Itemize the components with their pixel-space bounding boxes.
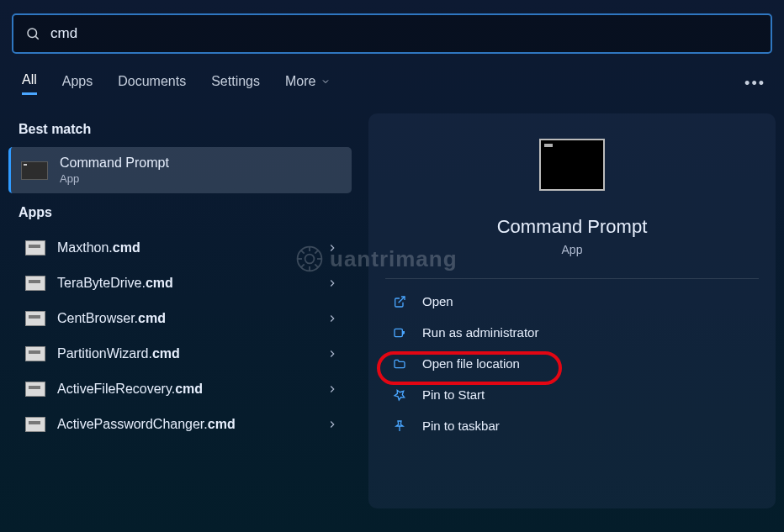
chevron-right-icon (326, 242, 338, 254)
tab-settings[interactable]: Settings (211, 74, 260, 94)
app-result-maxthon[interactable]: Maxthon.cmd (8, 230, 352, 266)
filter-tabs: All Apps Documents Settings More ••• (22, 72, 765, 95)
command-prompt-icon (21, 161, 48, 180)
folder-icon (392, 357, 407, 371)
chevron-right-icon (326, 313, 338, 324)
preview-subtitle: App (562, 243, 583, 256)
shield-icon (392, 326, 407, 340)
svg-line-2 (399, 297, 405, 303)
more-options-button[interactable]: ••• (744, 75, 765, 92)
file-icon (25, 382, 45, 397)
action-open-file-location[interactable]: Open file location (385, 348, 759, 379)
chevron-right-icon (326, 383, 338, 395)
section-apps: Apps (19, 205, 360, 220)
pin-icon (392, 419, 407, 433)
preview-panel: Command Prompt App Open Run as adm (368, 113, 776, 508)
app-result-terabytedrive[interactable]: TeraByteDrive.cmd (8, 266, 352, 301)
search-input[interactable] (50, 25, 759, 42)
action-run-as-administrator[interactable]: Run as administrator (385, 317, 759, 348)
best-match-result[interactable]: Command Prompt App (8, 147, 352, 193)
chevron-right-icon (326, 419, 338, 430)
tab-all[interactable]: All (22, 72, 37, 95)
chevron-right-icon (326, 348, 338, 360)
action-pin-to-start[interactable]: Pin to Start (385, 379, 759, 410)
svg-line-1 (35, 36, 38, 39)
tab-more-label: More (285, 74, 315, 89)
tab-more[interactable]: More (285, 74, 331, 94)
svg-point-0 (28, 29, 37, 38)
search-bar[interactable] (12, 13, 772, 54)
preview-title: Command Prompt (497, 216, 648, 238)
action-label: Pin to Start (422, 387, 485, 402)
action-label: Pin to taskbar (422, 419, 500, 433)
action-label: Open file location (422, 356, 520, 371)
action-pin-to-taskbar[interactable]: Pin to taskbar (385, 410, 759, 441)
command-prompt-preview-icon (539, 139, 605, 191)
app-result-activefilerecovery[interactable]: ActiveFileRecovery.cmd (8, 371, 352, 407)
app-result-centbrowser[interactable]: CentBrowser.cmd (8, 301, 352, 336)
file-icon (25, 240, 45, 255)
action-label: Open (422, 294, 453, 308)
open-icon (392, 295, 407, 308)
tab-documents[interactable]: Documents (118, 74, 186, 94)
search-icon (25, 26, 40, 41)
action-open[interactable]: Open (385, 286, 759, 317)
action-label: Run as administrator (422, 325, 538, 340)
file-icon (25, 346, 45, 361)
tab-apps[interactable]: Apps (62, 74, 93, 94)
result-title: Command Prompt (60, 155, 169, 171)
divider (385, 278, 759, 279)
file-icon (25, 417, 45, 432)
pin-icon (392, 388, 407, 402)
svg-rect-3 (395, 329, 402, 336)
app-result-activepasswordchanger[interactable]: ActivePasswordChanger.cmd (8, 407, 352, 442)
file-icon (25, 311, 45, 326)
section-best-match: Best match (19, 122, 360, 137)
file-icon (25, 276, 45, 291)
result-subtitle: App (60, 172, 169, 185)
app-result-partitionwizard[interactable]: PartitionWizard.cmd (8, 336, 352, 371)
results-column: Best match Command Prompt App Apps Maxth… (8, 113, 360, 528)
chevron-right-icon (326, 277, 338, 289)
chevron-down-icon (320, 76, 331, 87)
